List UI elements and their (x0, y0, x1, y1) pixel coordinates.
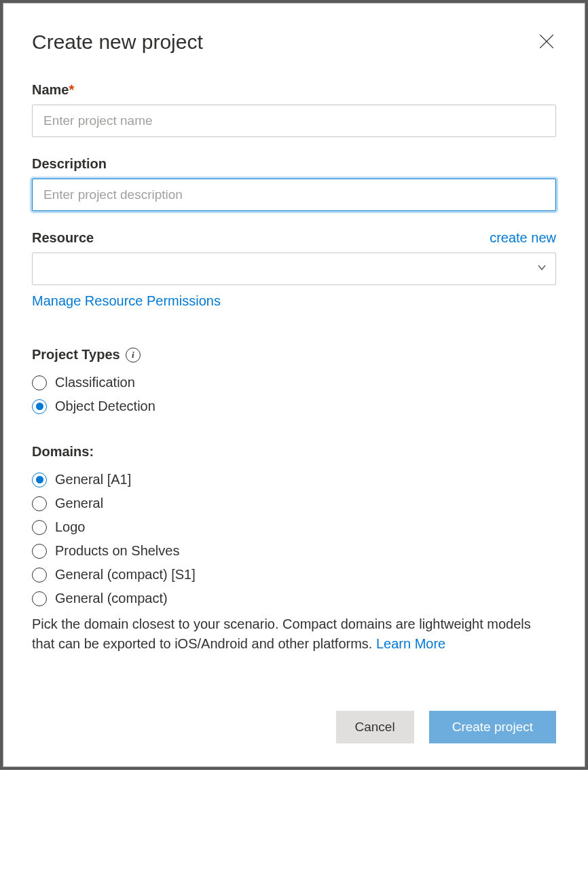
radio-domain-general-a1[interactable]: General [A1] (32, 472, 556, 487)
required-asterisk: * (69, 82, 74, 97)
project-types-label-row: Project Types i (32, 347, 141, 363)
info-icon[interactable]: i (126, 348, 141, 363)
radio-circle (32, 473, 47, 487)
name-label: Name* (32, 82, 556, 98)
helper-text-content: Pick the domain closest to your scenario… (32, 616, 531, 651)
radio-label: General [A1] (55, 472, 131, 487)
radio-circle (32, 496, 47, 511)
resource-field-group: Resource create new Manage Resource Perm… (32, 230, 556, 309)
radio-domain-logo[interactable]: Logo (32, 519, 556, 535)
project-types-group: Project Types i Classification Object De… (32, 347, 556, 422)
domains-helper-text: Pick the domain closest to your scenario… (32, 614, 556, 654)
close-icon (538, 33, 555, 50)
radio-domain-products-on-shelves[interactable]: Products on Shelves (32, 543, 556, 559)
radio-label: Logo (55, 519, 86, 535)
description-label: Description (32, 156, 556, 172)
radio-circle (32, 399, 47, 414)
resource-select[interactable] (32, 253, 556, 285)
create-new-resource-link[interactable]: create new (490, 230, 556, 246)
radio-label: Classification (55, 375, 135, 390)
name-label-text: Name (32, 82, 69, 97)
radio-circle (32, 568, 47, 583)
domains-group: Domains: General [A1] General Logo Produ… (32, 444, 556, 654)
radio-label: Products on Shelves (55, 543, 179, 559)
modal-backdrop: Create new project Name* Description Res… (0, 0, 588, 770)
radio-label: General (55, 496, 103, 511)
radio-object-detection[interactable]: Object Detection (32, 399, 556, 414)
close-button[interactable] (537, 32, 556, 51)
name-field-group: Name* (32, 82, 556, 137)
cancel-button[interactable]: Cancel (336, 711, 414, 743)
learn-more-link[interactable]: Learn More (376, 636, 445, 651)
radio-domain-general[interactable]: General (32, 496, 556, 511)
create-project-button[interactable]: Create project (429, 711, 556, 743)
radio-classification[interactable]: Classification (32, 375, 556, 390)
name-input[interactable] (32, 105, 556, 137)
domains-radio-list: General [A1] General Logo Products on Sh… (32, 472, 556, 606)
radio-circle (32, 520, 47, 535)
radio-label: General (compact) [S1] (55, 567, 196, 583)
radio-domain-general-compact-s1[interactable]: General (compact) [S1] (32, 567, 556, 583)
project-types-radio-list: Classification Object Detection (32, 375, 556, 414)
resource-select-wrapper (32, 253, 556, 285)
resource-label-row: Resource create new (32, 230, 556, 246)
radio-label: Object Detection (55, 399, 155, 414)
radio-label: General (compact) (55, 591, 168, 606)
project-types-label: Project Types (32, 347, 120, 363)
domains-label: Domains: (32, 444, 94, 460)
description-field-group: Description (32, 156, 556, 211)
description-input[interactable] (32, 179, 556, 211)
radio-domain-general-compact[interactable]: General (compact) (32, 591, 556, 606)
button-row: Cancel Create project (32, 670, 556, 743)
manage-permissions-link[interactable]: Manage Resource Permissions (32, 293, 221, 309)
radio-circle (32, 544, 47, 559)
radio-circle (32, 375, 47, 390)
resource-label: Resource (32, 230, 94, 246)
modal-title: Create new project (32, 31, 556, 54)
create-project-modal: Create new project Name* Description Res… (3, 3, 585, 767)
radio-circle (32, 591, 47, 606)
